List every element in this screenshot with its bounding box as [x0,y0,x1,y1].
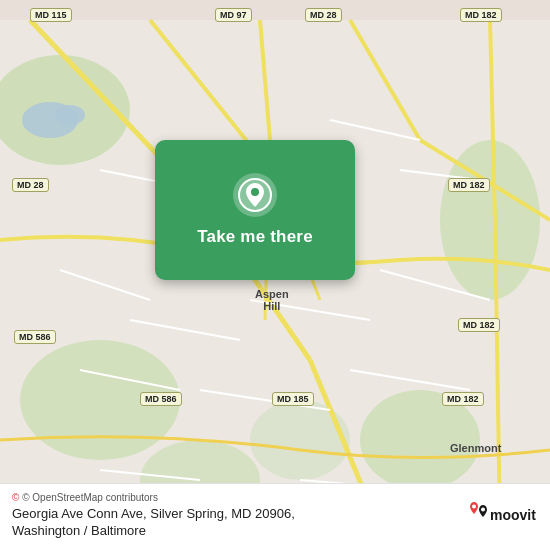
address-line2: Washington / Baltimore [12,523,295,540]
road-badge-md185: MD 185 [272,392,314,406]
svg-point-5 [250,400,350,480]
address-line1: Georgia Ave Conn Ave, Silver Spring, MD … [12,506,295,523]
road-badge-md182-right: MD 182 [458,318,500,332]
svg-point-35 [251,188,259,196]
moovit-logo: moovit [470,500,538,532]
svg-point-2 [440,140,540,300]
road-badge-md28-left: MD 28 [12,178,49,192]
road-badge-md182-mid-right: MD 182 [448,178,490,192]
svg-point-36 [472,505,476,509]
road-badge-md115: MD 115 [30,8,72,22]
take-me-card[interactable]: Take me there [155,140,355,280]
svg-text:moovit: moovit [490,507,536,523]
map-pin-icon [233,173,277,217]
road-badge-md586-left: MD 586 [14,330,56,344]
road-badge-md97: MD 97 [215,8,252,22]
road-badge-md28-top: MD 28 [305,8,342,22]
place-label-glenmont: Glenmont [450,442,501,454]
road-badge-md182-bot: MD 182 [442,392,484,406]
map-container: MD 115 MD 97 MD 28 MD 182 MD 28 MD 182 M… [0,0,550,550]
osm-credit: © © OpenStreetMap contributors [12,492,295,503]
bottom-left-info: © © OpenStreetMap contributors Georgia A… [12,492,295,540]
moovit-logo-svg: moovit [470,500,538,532]
road-badge-md586-bot: MD 586 [140,392,182,406]
svg-point-37 [481,508,485,512]
road-badge-md182-top-right: MD 182 [460,8,502,22]
svg-point-8 [55,105,85,125]
take-me-label: Take me there [197,227,313,247]
bottom-bar: © © OpenStreetMap contributors Georgia A… [0,483,550,550]
place-label-aspen-hill: AspenHill [255,288,289,312]
